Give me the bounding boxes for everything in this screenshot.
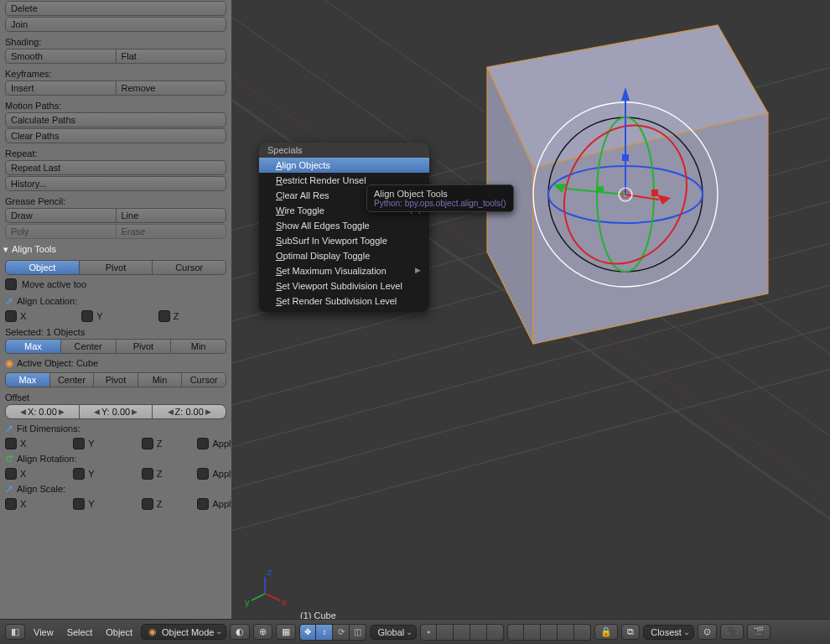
loc-x-check[interactable]: X (5, 310, 26, 322)
layer-7[interactable] (524, 624, 541, 641)
act-min-button[interactable]: Min (138, 372, 183, 387)
gp-erase-button[interactable]: Erase (116, 224, 227, 239)
lock-button[interactable]: 🔒 (594, 624, 618, 640)
menu-item[interactable]: Optimal Display Toggle (259, 248, 429, 263)
check-label: Move active too (22, 279, 86, 289)
calculate-paths-button[interactable]: Calculate Paths (5, 112, 226, 127)
manipulator-toggles: ✥ ↕ ⟳ ◫ (299, 624, 366, 641)
svg-line-6 (231, 327, 830, 553)
manip-scale[interactable]: ◫ (350, 624, 366, 641)
sel-center-button[interactable]: Center (61, 339, 117, 354)
arrow-icon: ↗ (5, 423, 13, 434)
layer-4[interactable] (470, 624, 487, 641)
scale-x-check[interactable]: X (5, 498, 26, 510)
grease-pencil-label: Grease Pencil: (5, 196, 226, 206)
layer-5[interactable] (487, 624, 504, 641)
menu-item[interactable]: Set Viewport Subdivision Level (259, 278, 429, 293)
rot-z-check[interactable]: Z (142, 468, 163, 480)
loc-z-check[interactable]: Z (158, 310, 179, 322)
select-menu[interactable]: Select (62, 626, 98, 639)
menu-item[interactable]: Set Maximum Visualization▶ (259, 263, 429, 278)
menu-item[interactable]: SubSurf In Viewport Toggle (259, 233, 429, 248)
tab-cursor[interactable]: Cursor (153, 260, 226, 275)
offset-z-spinner[interactable]: ◀Z: 0.00▶ (153, 404, 226, 419)
orientation-pulldown[interactable]: Global (370, 625, 417, 640)
scale-z-check[interactable]: Z (142, 498, 163, 510)
tab-object[interactable]: Object (5, 260, 80, 275)
layer-10[interactable] (574, 624, 591, 641)
sel-max-button[interactable]: Max (5, 339, 61, 354)
act-max-button[interactable]: Max (5, 372, 50, 387)
shading-button[interactable]: ◐ (230, 624, 250, 640)
history-button[interactable]: History... (5, 176, 226, 191)
tab-pivot[interactable]: Pivot (80, 260, 153, 275)
clear-paths-button[interactable]: Clear Paths (5, 128, 226, 143)
svg-rect-31 (597, 186, 604, 193)
remove-keyframe-button[interactable]: Remove (116, 80, 227, 96)
align-tools-header[interactable]: ▾Align Tools (2, 242, 226, 257)
snap-target-button[interactable]: ⊙ (698, 624, 717, 640)
shading-icon: ◐ (236, 626, 244, 637)
repeat-last-button[interactable]: Repeat Last (5, 160, 226, 175)
editor-type-button[interactable]: ◧ (5, 624, 25, 640)
rot-x-check[interactable]: X (5, 468, 26, 480)
snap-toggle[interactable]: ⧉ (621, 624, 640, 640)
act-center-button[interactable]: Center (50, 372, 95, 387)
snap-element-pulldown[interactable]: Closest (643, 625, 694, 640)
view-menu[interactable]: View (29, 626, 59, 639)
rot-apply-check[interactable]: Apply (197, 468, 231, 480)
disclosure-icon: ▾ (3, 244, 8, 255)
fit-x-check[interactable]: X (5, 438, 26, 449)
svg-rect-30 (651, 190, 658, 196)
svg-text:z: z (267, 567, 272, 577)
mode-pulldown[interactable]: ◉Object Mode (141, 624, 226, 640)
menu-item[interactable]: Align Objects (259, 158, 429, 173)
menu-item[interactable]: Show All Edges Toggle (259, 218, 429, 233)
menu-item[interactable]: Set Render Subdivision Level (259, 293, 429, 309)
object-mode-icon: ◉ (148, 626, 157, 637)
object-menu[interactable]: Object (101, 626, 137, 639)
loc-y-check[interactable]: Y (81, 310, 102, 322)
fit-apply-check[interactable]: Apply (197, 438, 231, 449)
delete-button[interactable]: Delete (5, 1, 226, 16)
join-button[interactable]: Join (5, 17, 226, 32)
layer-buttons-b (507, 624, 591, 641)
render-anim-button[interactable]: 🎬 (747, 624, 770, 640)
sel-pivot-button[interactable]: Pivot (117, 339, 172, 354)
offset-label: Offset (5, 392, 226, 402)
render-button[interactable]: 🎥 (720, 624, 744, 640)
manip-translate[interactable]: ↕ (316, 624, 333, 641)
layer-9[interactable] (558, 624, 574, 641)
move-active-too-check[interactable]: Move active too (5, 278, 86, 290)
manip-rotate[interactable]: ⟳ (333, 624, 350, 641)
selected-count-label: Selected: 1 Objects (5, 327, 226, 337)
cube-icon: ◧ (11, 626, 19, 637)
smooth-button[interactable]: Smooth (5, 49, 116, 64)
layer-2[interactable] (437, 624, 454, 641)
offset-x-spinner[interactable]: ◀X: 0.00▶ (5, 404, 80, 419)
manip-toggle[interactable]: ✥ (299, 624, 316, 641)
layer-8[interactable] (541, 624, 558, 641)
align-location-label: ↗Align Location: (5, 295, 226, 307)
gp-line-button[interactable]: Line (116, 208, 227, 223)
act-cursor-button[interactable]: Cursor (182, 372, 226, 387)
gp-draw-button[interactable]: Draw (5, 208, 116, 223)
sel-min-button[interactable]: Min (171, 339, 226, 354)
scale-y-check[interactable]: Y (73, 498, 94, 510)
insert-keyframe-button[interactable]: Insert (5, 80, 116, 96)
layer-1[interactable]: ▪ (420, 624, 437, 641)
layer-6[interactable] (507, 624, 524, 641)
layer-3[interactable] (454, 624, 470, 641)
fit-z-check[interactable]: Z (142, 438, 163, 449)
gp-poly-button[interactable]: Poly (5, 224, 116, 239)
offset-y-spinner[interactable]: ◀Y: 0.00▶ (80, 404, 153, 419)
layers-button[interactable]: ▦ (276, 624, 296, 640)
scale-apply-check[interactable]: Apply (197, 498, 231, 510)
arrow-icon: ↗ (5, 295, 13, 307)
rot-y-check[interactable]: Y (73, 468, 94, 480)
flat-button[interactable]: Flat (116, 49, 227, 64)
tooltip-title: Align Object Tools (374, 189, 506, 199)
pivot-button[interactable]: ⊕ (253, 624, 272, 640)
fit-y-check[interactable]: Y (73, 438, 94, 449)
act-pivot-button[interactable]: Pivot (94, 372, 138, 387)
